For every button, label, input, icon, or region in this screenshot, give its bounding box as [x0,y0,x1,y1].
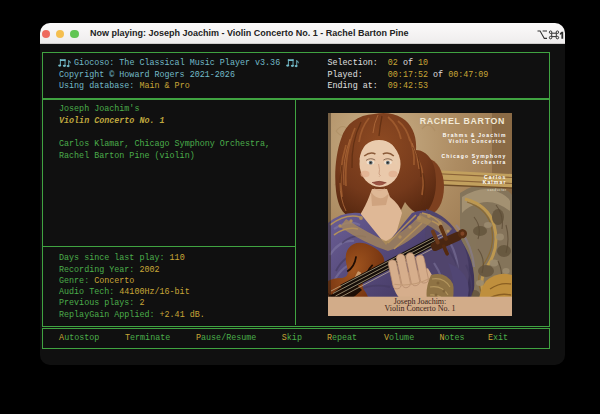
svg-text:Violin Concertos: Violin Concertos [448,138,506,144]
svg-text:Orchestra: Orchestra [473,159,507,165]
svg-text:Violin Concerto No. 1: Violin Concerto No. 1 [384,304,455,313]
svg-text:RACHEL BARTON: RACHEL BARTON [420,116,506,126]
svg-text:Brahms & Joachim: Brahms & Joachim [443,132,507,138]
svg-text:conductor: conductor [488,188,507,192]
svg-text:Chicago Symphony: Chicago Symphony [441,153,506,159]
svg-text:Kalmar: Kalmar [483,179,507,185]
